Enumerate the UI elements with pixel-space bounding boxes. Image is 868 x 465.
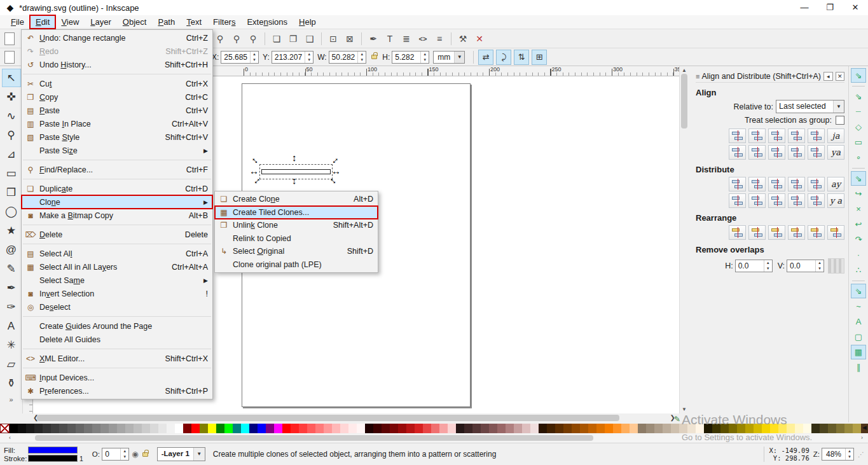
color-swatch[interactable] [522, 424, 530, 433]
spinner-arrows[interactable]: ▲▼ [764, 260, 772, 272]
palette-scroll-left-icon[interactable]: ‹ [9, 434, 11, 442]
text-baseline-distribute-vertical-button[interactable]: y a [827, 193, 844, 208]
color-swatch[interactable] [762, 424, 770, 433]
color-swatch[interactable] [84, 424, 92, 433]
color-swatch[interactable] [76, 424, 84, 433]
no-color-swatch[interactable] [0, 424, 10, 433]
menu-file[interactable]: File [5, 15, 30, 29]
color-swatch[interactable] [299, 424, 307, 433]
color-swatch[interactable] [506, 424, 514, 433]
scale-corners-toggle[interactable]: ⤸ [496, 50, 511, 65]
palette-scroll-thumb[interactable] [35, 435, 593, 441]
cleanup-document-icon[interactable]: ✕ [472, 31, 487, 46]
unclump-button[interactable] [827, 225, 844, 240]
panel-collapse-button[interactable]: ◂ [823, 72, 832, 81]
menu-object[interactable]: Object [117, 15, 153, 29]
spinner-arrows[interactable]: ▲▼ [420, 52, 429, 63]
color-swatch[interactable] [315, 424, 324, 433]
color-swatch[interactable] [415, 424, 423, 433]
color-swatch[interactable] [373, 424, 382, 433]
menu-layer[interactable]: Layer [85, 15, 117, 29]
menuitem-paste-in-place[interactable]: ▥Paste In PlaceCtrl+Alt+V [22, 117, 212, 130]
snap-cusp-nodes[interactable]: ↩ [851, 217, 866, 232]
color-swatch[interactable] [580, 424, 588, 433]
color-swatch[interactable] [679, 424, 687, 433]
snap-path-intersections[interactable]: × [851, 202, 866, 216]
scroll-down-icon[interactable]: ▼ [680, 406, 689, 412]
spinner-arrows[interactable]: ▲▼ [250, 52, 258, 63]
color-swatch[interactable] [663, 424, 671, 433]
lock-ratio-icon[interactable] [371, 55, 377, 59]
menuitem-paste-style[interactable]: ▧Paste StyleShift+Ctrl+V [22, 130, 212, 144]
palette-scroll-left-icon[interactable]: ◀ [862, 424, 867, 431]
menuitem-paste[interactable]: ▤PasteCtrl+V [22, 104, 212, 117]
menuitem-clone[interactable]: Clone▶ [22, 195, 212, 209]
color-swatch[interactable] [191, 424, 200, 433]
snap-guides[interactable]: ∥ [851, 360, 866, 375]
overlap-v-spinner[interactable]: 0.0▲▼ [787, 260, 824, 272]
box3d-tool[interactable]: ❒ [2, 183, 21, 202]
color-swatch[interactable] [208, 424, 216, 433]
color-swatch[interactable] [282, 424, 291, 433]
menuitem-paste-size[interactable]: Paste Size▶ [22, 144, 212, 157]
color-swatch[interactable] [514, 424, 522, 433]
rectangle-tool[interactable]: ▭ [2, 164, 21, 183]
layer-dropdown[interactable]: -Layer 1 ▼ [157, 447, 205, 461]
color-swatch[interactable] [605, 424, 613, 433]
align-top-to-anchor-bottom-button[interactable] [808, 145, 825, 160]
color-swatch[interactable] [696, 424, 704, 433]
panel-close-button[interactable]: ✕ [836, 72, 844, 81]
selected-rectangle[interactable] [261, 169, 331, 174]
duplicate-icon[interactable]: ❏ [269, 31, 284, 46]
color-swatch[interactable] [43, 424, 51, 433]
menuitem-invert-selection[interactable]: ◙Invert Selection! [22, 287, 212, 300]
color-swatch[interactable] [332, 424, 340, 433]
color-swatch[interactable] [357, 424, 365, 433]
spray-tool[interactable]: ✳ [2, 336, 21, 354]
zoom-page-icon[interactable]: ⚲ [245, 31, 261, 46]
color-swatch[interactable] [216, 424, 224, 433]
menuitem-cut[interactable]: ✂CutCtrl+X [22, 77, 212, 90]
submenuitem-create-tiled-clones[interactable]: ▦Create Tiled Clones... [215, 206, 378, 219]
palette-scroll-right-icon[interactable]: › [861, 434, 863, 442]
menuitem-preferences[interactable]: ✱Preferences...Shift+Ctrl+P [22, 384, 212, 398]
unit-dropdown[interactable]: mm▼ [433, 51, 465, 64]
color-swatch[interactable] [630, 424, 638, 433]
color-swatch[interactable] [787, 424, 795, 433]
distribute-equal-vertical-gaps-button[interactable] [788, 193, 805, 208]
menuitem-find-replace[interactable]: ⚲Find/Replace...Ctrl+F [22, 163, 212, 176]
layer-lock-icon[interactable] [142, 452, 148, 457]
fill-stroke-icon[interactable]: ✒ [366, 31, 381, 46]
menuitem-delete-all-guides[interactable]: Delete All Guides [22, 333, 212, 346]
menuitem-undo-change-rectangle[interactable]: ↶Undo: Change rectangleCtrl+Z [22, 31, 212, 45]
menuitem-undo-history[interactable]: ↺Undo History...Shift+Ctrl+H [22, 58, 212, 71]
color-swatch[interactable] [233, 424, 241, 433]
restore-button[interactable]: ❐ [817, 0, 843, 15]
distribute-centers-horizontally-button[interactable] [748, 177, 766, 191]
color-swatch[interactable] [109, 424, 117, 433]
color-swatch[interactable] [596, 424, 605, 433]
color-swatch[interactable] [745, 424, 754, 433]
layer-visibility-icon[interactable]: ◉ [132, 450, 138, 459]
color-swatch[interactable] [18, 424, 26, 433]
zoom-spinner[interactable]: 48%▲▼ [822, 448, 854, 461]
align-center-horizontal-axis-button[interactable] [768, 145, 785, 160]
scale-stroke-toggle[interactable]: ⇄ [478, 50, 493, 65]
snap-others[interactable]: ⇘ [851, 284, 866, 298]
x-field-input[interactable]: 25.685▲▼ [221, 51, 259, 64]
make-vertical-gaps-equal-button[interactable] [808, 193, 825, 208]
color-swatch[interactable] [10, 424, 18, 433]
color-swatch[interactable] [291, 424, 299, 433]
color-swatch[interactable] [258, 424, 266, 433]
color-swatch[interactable] [820, 424, 828, 433]
color-swatch[interactable] [59, 424, 67, 433]
color-swatch[interactable] [150, 424, 158, 433]
chevron-down-icon[interactable]: ▼ [833, 101, 844, 113]
menuitem-xml-editor[interactable]: <>XML Editor...Shift+Ctrl+X [22, 352, 212, 365]
distribute-bottom-edges-button[interactable] [768, 193, 785, 208]
color-swatch[interactable] [183, 424, 191, 433]
resize-grip[interactable]: ⋰ [858, 451, 864, 458]
menu-path[interactable]: Path [152, 15, 181, 29]
color-swatch[interactable] [489, 424, 497, 433]
snap-object-centers[interactable]: ∴ [851, 263, 866, 277]
